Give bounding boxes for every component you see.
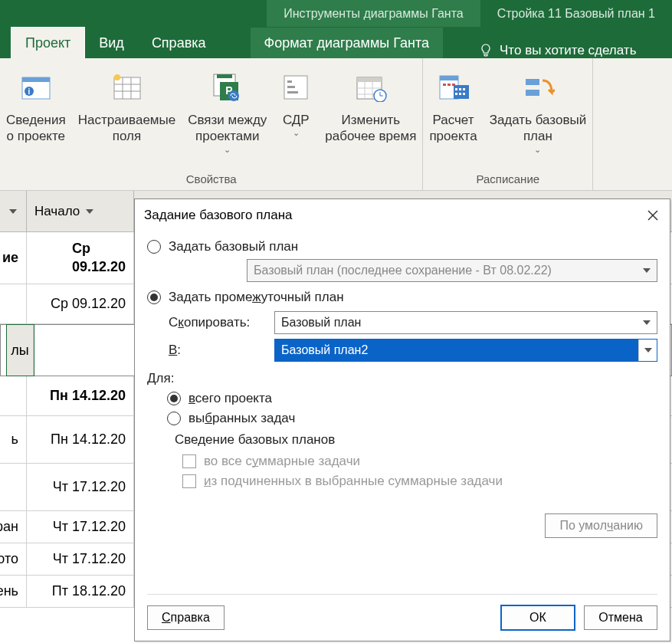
svg-rect-35 [459, 88, 461, 90]
cell: ие [0, 232, 27, 284]
for-label: Для: [147, 371, 657, 386]
label: Задать базовый план [490, 112, 587, 145]
into-select[interactable]: Базовый план2 [274, 339, 657, 362]
dialog-titlebar: Задание базового плана [135, 199, 670, 231]
svg-rect-20 [357, 77, 382, 82]
dropdown-icon [9, 209, 17, 214]
radio-set-baseline[interactable] [147, 240, 161, 254]
radio-whole-project[interactable] [167, 392, 181, 405]
into-label: В: [169, 343, 267, 358]
svg-rect-34 [455, 88, 457, 90]
title-bar: Инструменты диаграммы Ганта Стройка 11 Б… [0, 0, 672, 27]
ribbon: i Сведения о проекте Настраиваемые поля … [0, 58, 672, 191]
cell: Чт 17.12.20 [27, 511, 134, 543]
select-value: Базовый план [281, 316, 361, 330]
svg-text:i: i [28, 87, 30, 96]
radio-set-interim[interactable] [147, 290, 161, 304]
calculator-icon [437, 71, 470, 104]
svg-rect-16 [287, 80, 292, 83]
radio-label: всего проекта [188, 391, 272, 406]
close-icon [647, 210, 658, 221]
svg-rect-18 [287, 91, 298, 93]
context-tab-gantt[interactable]: Инструменты диаграммы Ганта [267, 0, 480, 27]
tell-me[interactable]: Что вы хотите сделать [466, 43, 648, 58]
svg-rect-30 [443, 84, 446, 86]
tab-help[interactable]: Справка [138, 28, 220, 58]
radio-selected-tasks[interactable] [167, 412, 181, 425]
cell: Чт 17.12.20 [27, 543, 134, 575]
cell [0, 376, 27, 415]
chevron-down-icon [643, 268, 651, 273]
info-icon: i [19, 71, 53, 104]
link-icon: P [211, 71, 244, 104]
svg-point-14 [228, 90, 239, 101]
dropdown-icon [86, 209, 93, 214]
cell [0, 464, 27, 510]
cell: Пт 18.12.20 [27, 576, 134, 607]
cell: ран [0, 511, 27, 543]
wbs-icon [279, 71, 313, 104]
cell: лы [7, 325, 34, 376]
group-label-properties: Свойства [0, 171, 422, 187]
project-info-button[interactable]: i Сведения о проекте [0, 63, 72, 171]
label: СДР [283, 112, 310, 128]
svg-rect-41 [526, 90, 539, 96]
label: Настраиваемые поля [78, 112, 176, 145]
cell: ото [0, 543, 27, 575]
column-header-start[interactable]: Начало [27, 191, 134, 231]
label: Связи между проектами [188, 112, 267, 145]
cell: Ср 09.12.20 [27, 284, 134, 323]
custom-fields-button[interactable]: Настраиваемые поля [72, 63, 182, 171]
svg-rect-1 [22, 77, 50, 82]
lightbulb-icon [478, 43, 493, 58]
tab-view[interactable]: Вид [85, 28, 138, 58]
select-value: Базовый план2 [281, 343, 368, 357]
default-button[interactable]: По умолчанию [545, 513, 657, 538]
radio-label: Задать базовый план [169, 239, 298, 254]
svg-rect-40 [526, 79, 539, 85]
radio-label: выбранных задач [188, 411, 295, 426]
tell-me-label: Что вы хотите сделать [500, 43, 636, 58]
svg-rect-38 [459, 93, 461, 95]
cell [0, 284, 27, 323]
calculate-project-button[interactable]: Расчет проекта [423, 63, 483, 171]
baseline-icon [521, 71, 555, 104]
svg-rect-4 [114, 77, 140, 99]
svg-rect-36 [463, 88, 465, 90]
check-label: во все суммарные задачи [204, 454, 360, 469]
dialog-title: Задание базового плана [144, 208, 293, 223]
wbs-button[interactable]: СДР ⌄ [273, 63, 319, 171]
svg-rect-33 [454, 85, 469, 99]
help-button[interactable]: Справка [147, 605, 225, 630]
grid-icon [110, 71, 143, 104]
set-baseline-dialog: Задание базового плана Задать базовый пл… [134, 198, 670, 641]
cell: Чт 17.12.20 [27, 464, 134, 510]
chevron-down-icon [644, 348, 652, 353]
set-baseline-button[interactable]: Задать базовый план ⌄ [484, 63, 593, 171]
ok-button[interactable]: ОК [501, 605, 575, 630]
cell: ень [0, 576, 27, 607]
chevron-down-icon [643, 320, 651, 325]
svg-rect-39 [463, 93, 465, 95]
tab-project[interactable]: Проект [11, 27, 85, 58]
indicator-col[interactable] [0, 191, 27, 231]
chevron-down-icon: ⌄ [293, 128, 300, 139]
close-button[interactable] [645, 208, 661, 223]
cell: Пн 14.12.20 [27, 376, 134, 415]
svg-rect-29 [440, 76, 458, 80]
copy-select[interactable]: Базовый план [274, 311, 657, 334]
cell: ь [0, 416, 27, 463]
links-button[interactable]: P Связи между проектами ⌄ [182, 63, 273, 171]
change-working-time-button[interactable]: Изменить рабочее время [319, 63, 422, 171]
check-rollup-from [182, 474, 196, 488]
cancel-button[interactable]: Отмена [584, 605, 657, 630]
calendar-clock-icon [354, 71, 388, 104]
svg-rect-17 [287, 86, 295, 88]
label: Расчет проекта [429, 112, 477, 145]
rollup-label: Сведение базовых планов [175, 432, 657, 448]
select-value: Базовый план (последнее сохранение - Вт … [254, 264, 552, 277]
label: Сведения о проекте [6, 112, 66, 145]
tab-gantt-format[interactable]: Формат диаграммы Ганта [251, 28, 444, 58]
ribbon-tabs: Проект Вид Справка Формат диаграммы Гант… [0, 27, 672, 58]
copy-label: Скопировать: [169, 315, 267, 330]
